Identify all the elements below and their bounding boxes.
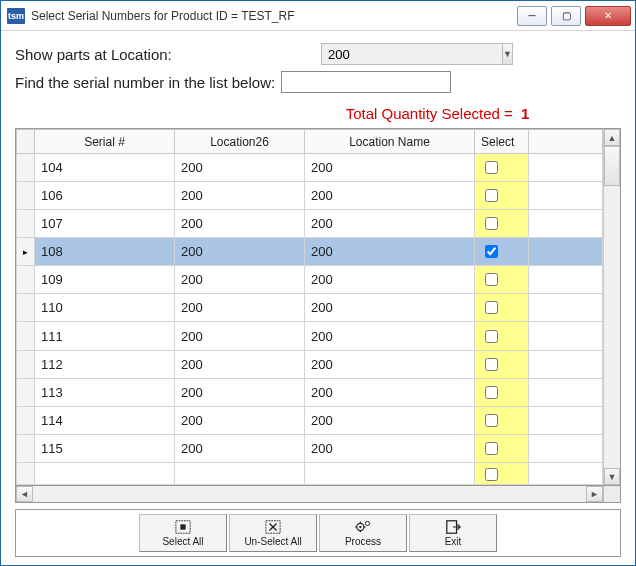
exit-button[interactable]: Exit — [409, 514, 497, 552]
table-row[interactable]: 113200200 — [17, 378, 603, 406]
cell-serial[interactable]: 109 — [35, 266, 175, 294]
scroll-left-icon[interactable]: ◄ — [16, 486, 33, 502]
cell-locname[interactable]: 200 — [305, 294, 475, 322]
table-row[interactable]: 109200200 — [17, 266, 603, 294]
cell-serial[interactable]: 115 — [35, 434, 175, 462]
cell-select[interactable] — [475, 378, 529, 406]
cell-locname[interactable]: 200 — [305, 350, 475, 378]
cell-serial[interactable]: 106 — [35, 182, 175, 210]
cell-extra — [529, 406, 603, 434]
chevron-down-icon[interactable]: ▼ — [502, 43, 513, 65]
cell-select[interactable] — [475, 210, 529, 238]
select-checkbox[interactable] — [485, 245, 498, 258]
cell-locname[interactable] — [305, 462, 475, 484]
scroll-up-icon[interactable]: ▲ — [604, 129, 620, 146]
cell-select[interactable] — [475, 182, 529, 210]
cell-serial[interactable]: 107 — [35, 210, 175, 238]
cell-loc[interactable]: 200 — [175, 406, 305, 434]
cell-locname[interactable]: 200 — [305, 154, 475, 182]
col-select[interactable]: Select — [475, 130, 529, 154]
select-checkbox[interactable] — [485, 217, 498, 230]
horizontal-scrollbar[interactable]: ◄ ► — [15, 486, 621, 503]
table-row[interactable]: 104200200 — [17, 154, 603, 182]
scroll-track[interactable] — [604, 186, 620, 468]
cell-loc[interactable]: 200 — [175, 154, 305, 182]
window-controls: ─ ▢ ✕ — [515, 6, 635, 26]
select-checkbox[interactable] — [485, 301, 498, 314]
process-button[interactable]: Process — [319, 514, 407, 552]
table-row[interactable]: 107200200 — [17, 210, 603, 238]
table-row[interactable]: 106200200 — [17, 182, 603, 210]
table-row[interactable] — [17, 462, 603, 484]
cell-locname[interactable]: 200 — [305, 378, 475, 406]
table-row[interactable]: 115200200 — [17, 434, 603, 462]
table-row[interactable]: 112200200 — [17, 350, 603, 378]
minimize-button[interactable]: ─ — [517, 6, 547, 26]
cell-loc[interactable]: 200 — [175, 210, 305, 238]
cell-locname[interactable]: 200 — [305, 406, 475, 434]
col-location-name[interactable]: Location Name — [305, 130, 475, 154]
scroll-right-icon[interactable]: ► — [586, 486, 603, 502]
cell-locname[interactable]: 200 — [305, 210, 475, 238]
close-button[interactable]: ✕ — [585, 6, 631, 26]
table-row[interactable]: 108200200 — [17, 238, 603, 266]
select-checkbox[interactable] — [485, 358, 498, 371]
unselect-all-button[interactable]: Un-Select All — [229, 514, 317, 552]
cell-extra — [529, 154, 603, 182]
cell-locname[interactable]: 200 — [305, 266, 475, 294]
select-checkbox[interactable] — [485, 442, 498, 455]
select-all-button[interactable]: Select All — [139, 514, 227, 552]
cell-select[interactable] — [475, 238, 529, 266]
col-location[interactable]: Location26 — [175, 130, 305, 154]
cell-select[interactable] — [475, 294, 529, 322]
cell-select[interactable] — [475, 462, 529, 484]
cell-select[interactable] — [475, 406, 529, 434]
cell-select[interactable] — [475, 434, 529, 462]
select-checkbox[interactable] — [485, 273, 498, 286]
find-input[interactable] — [281, 71, 451, 93]
select-checkbox[interactable] — [485, 414, 498, 427]
cell-locname[interactable]: 200 — [305, 238, 475, 266]
cell-serial[interactable]: 110 — [35, 294, 175, 322]
hscroll-track[interactable] — [33, 486, 586, 502]
select-checkbox[interactable] — [485, 468, 498, 481]
select-checkbox[interactable] — [485, 189, 498, 202]
vertical-scrollbar[interactable]: ▲ ▼ — [603, 129, 620, 485]
table-row[interactable]: 111200200 — [17, 322, 603, 350]
col-serial[interactable]: Serial # — [35, 130, 175, 154]
cell-loc[interactable]: 200 — [175, 434, 305, 462]
cell-serial[interactable]: 111 — [35, 322, 175, 350]
cell-loc[interactable]: 200 — [175, 182, 305, 210]
cell-serial[interactable]: 108 — [35, 238, 175, 266]
select-checkbox[interactable] — [485, 386, 498, 399]
cell-select[interactable] — [475, 350, 529, 378]
cell-locname[interactable]: 200 — [305, 434, 475, 462]
cell-select[interactable] — [475, 154, 529, 182]
cell-serial[interactable]: 113 — [35, 378, 175, 406]
cell-serial[interactable]: 112 — [35, 350, 175, 378]
select-checkbox[interactable] — [485, 161, 498, 174]
cell-loc[interactable]: 200 — [175, 294, 305, 322]
scroll-thumb[interactable] — [604, 146, 620, 186]
cell-loc[interactable]: 200 — [175, 350, 305, 378]
cell-loc[interactable] — [175, 462, 305, 484]
scroll-down-icon[interactable]: ▼ — [604, 468, 620, 485]
cell-serial[interactable] — [35, 462, 175, 484]
cell-loc[interactable]: 200 — [175, 238, 305, 266]
cell-select[interactable] — [475, 322, 529, 350]
cell-select[interactable] — [475, 266, 529, 294]
select-checkbox[interactable] — [485, 330, 498, 343]
cell-loc[interactable]: 200 — [175, 266, 305, 294]
cell-loc[interactable]: 200 — [175, 322, 305, 350]
table-row[interactable]: 110200200 — [17, 294, 603, 322]
cell-locname[interactable]: 200 — [305, 182, 475, 210]
cell-serial[interactable]: 114 — [35, 406, 175, 434]
location-input[interactable] — [321, 43, 502, 65]
cell-serial[interactable]: 104 — [35, 154, 175, 182]
cell-locname[interactable]: 200 — [305, 322, 475, 350]
maximize-button[interactable]: ▢ — [551, 6, 581, 26]
total-quantity-row: Total Quantity Selected = 1 — [15, 99, 621, 128]
table-row[interactable]: 114200200 — [17, 406, 603, 434]
cell-loc[interactable]: 200 — [175, 378, 305, 406]
location-select[interactable]: ▼ — [321, 43, 491, 65]
